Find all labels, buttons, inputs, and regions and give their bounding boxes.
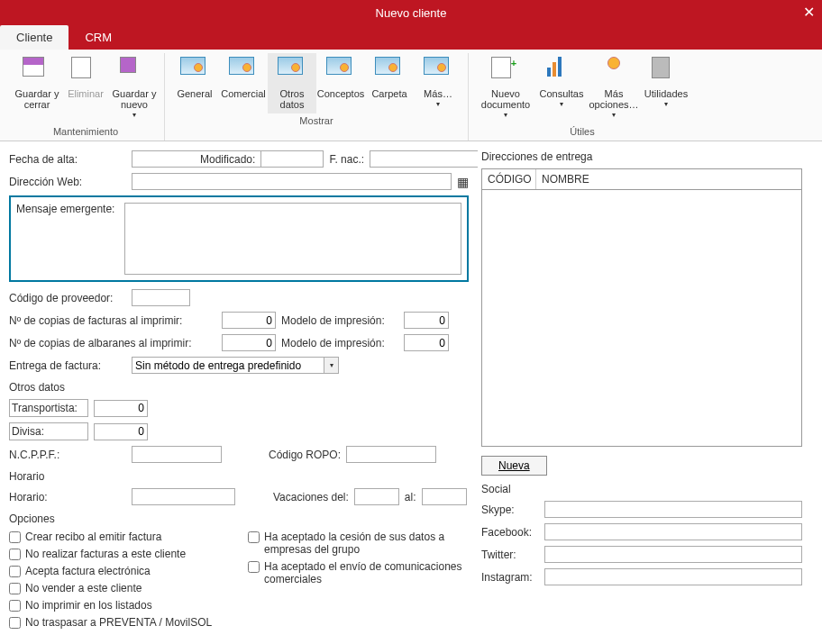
skype-input[interactable] <box>544 501 802 518</box>
tab-cliente[interactable]: Cliente <box>0 25 68 50</box>
nuevo-documento-button[interactable]: Nuevo documento ▾ <box>474 53 537 124</box>
save-new-button[interactable]: Guardar y nuevo ▾ <box>110 53 159 124</box>
vacaciones-del-label: Vacaciones del: <box>273 491 349 503</box>
direccion-web-input[interactable] <box>132 173 452 190</box>
checkbox-acepta-elec[interactable] <box>9 566 21 577</box>
codigo-ropo-label: Código ROPO: <box>269 449 341 461</box>
ribbon-group-label: Útiles <box>570 124 595 137</box>
checkbox-no-imprimir[interactable] <box>9 600 21 612</box>
entrega-factura-label: Entrega de factura: <box>9 359 126 372</box>
modificado-input[interactable] <box>260 150 324 168</box>
social-header: Social <box>481 483 802 495</box>
left-column: Fecha de alta: ▾ Modificado: F. nac.: ▾ … <box>9 150 478 644</box>
mas-button[interactable]: Más… ▾ <box>414 53 462 113</box>
delete-icon <box>71 57 91 78</box>
copias-facturas-label: Nº de copias de facturas al imprimir: <box>9 314 216 327</box>
conceptos-button[interactable]: Conceptos <box>316 53 365 113</box>
delete-label: Eliminar <box>68 88 104 99</box>
checkbox-no-vender[interactable] <box>9 583 21 594</box>
opciones-header: Opciones <box>9 512 469 525</box>
modelo-impresion-label-2: Modelo de impresión: <box>281 337 398 349</box>
direcciones-grid-body[interactable] <box>481 190 802 447</box>
fnac-input[interactable]: ▾ <box>370 150 433 168</box>
col-nombre[interactable]: NOMBRE <box>536 169 801 189</box>
no-imprimir-label: No imprimir en los listados <box>25 599 152 612</box>
divisa-input[interactable] <box>94 423 148 440</box>
mensaje-emergente-input[interactable] <box>124 203 461 275</box>
general-label: General <box>177 88 212 99</box>
checkbox-no-traspasar[interactable] <box>9 617 21 629</box>
otros-datos-header: Otros datos <box>9 381 469 394</box>
otros-datos-icon <box>278 57 303 75</box>
copias-facturas-input[interactable] <box>222 312 276 329</box>
save-new-icon <box>120 57 136 73</box>
otros-datos-label: Otros datos <box>269 88 315 110</box>
instagram-input[interactable] <box>544 568 802 585</box>
ribbon-group-mantenimiento: Guardar y cerrar Eliminar Guardar y nuev… <box>7 53 165 141</box>
fecha-alta-input[interactable]: ▾ <box>132 150 195 168</box>
comercial-label: Comercial <box>221 88 266 99</box>
direcciones-grid-header: CÓDIGO NOMBRE <box>481 168 802 190</box>
carpeta-label: Carpeta <box>371 88 406 99</box>
modelo-impresion-input-1[interactable] <box>404 312 449 329</box>
mensaje-emergente-label: Mensaje emergente: <box>16 203 124 275</box>
titlebar: Nuevo cliente ✕ <box>0 0 822 25</box>
checkbox-recibo[interactable] <box>9 531 21 543</box>
transportista-label[interactable]: Transportista: <box>9 399 88 417</box>
ribbon-group-mostrar: General Comercial Otros datos Conceptos … <box>165 53 469 141</box>
checkbox-cesion[interactable] <box>248 531 260 543</box>
copias-albaranes-input[interactable] <box>222 334 276 351</box>
save-close-icon <box>23 57 44 77</box>
fnac-label: F. nac.: <box>329 153 364 166</box>
general-button[interactable]: General <box>170 53 219 113</box>
save-close-button[interactable]: Guardar y cerrar <box>13 53 61 124</box>
mensaje-emergente-box: Mensaje emergente: <box>9 195 469 282</box>
chevron-down-icon: ▾ <box>504 110 507 121</box>
consultas-label: Consultas <box>540 88 584 99</box>
conceptos-icon <box>326 57 352 75</box>
chevron-down-icon: ▾ <box>664 99 668 110</box>
codigo-proveedor-label: Código de proveedor: <box>9 292 126 304</box>
qr-icon[interactable]: ▦ <box>457 175 469 189</box>
otros-datos-button[interactable]: Otros datos <box>268 53 316 113</box>
tab-crm[interactable]: CRM <box>68 25 128 50</box>
conceptos-label: Conceptos <box>317 88 365 99</box>
horario-label: Horario: <box>9 491 126 503</box>
nueva-button[interactable]: Nueva <box>481 456 547 476</box>
codigo-proveedor-input[interactable] <box>132 289 190 306</box>
comunicaciones-label: Ha aceptado el envío de comunicaciones c… <box>264 560 469 585</box>
horario-input[interactable] <box>132 488 235 505</box>
utilidades-button[interactable]: Utilidades ▾ <box>642 53 690 124</box>
consultas-button[interactable]: Consultas ▾ <box>537 53 586 124</box>
vacaciones-al-input[interactable] <box>422 488 467 505</box>
carpeta-button[interactable]: Carpeta <box>365 53 414 113</box>
entrega-factura-select[interactable]: ▾ <box>132 357 339 374</box>
codigo-ropo-input[interactable] <box>346 446 436 463</box>
direcciones-header: Direcciones de entrega <box>481 150 802 163</box>
delete-button[interactable]: Eliminar <box>61 53 110 124</box>
no-facturas-label: No realizar facturas a este cliente <box>25 548 186 560</box>
col-codigo[interactable]: CÓDIGO <box>482 169 536 189</box>
divisa-label[interactable]: Divisa: <box>9 422 88 440</box>
save-close-label: Guardar y cerrar <box>14 88 59 110</box>
direccion-web-label: Dirección Web: <box>9 176 126 188</box>
checkbox-comunicaciones[interactable] <box>248 561 260 573</box>
mas-opciones-label: Más opciones… <box>588 88 640 110</box>
twitter-input[interactable] <box>544 546 802 563</box>
mas-icon <box>424 57 449 75</box>
modelo-impresion-label-1: Modelo de impresión: <box>281 314 398 327</box>
ncppf-input[interactable] <box>132 446 222 463</box>
vacaciones-del-input[interactable] <box>354 488 399 505</box>
chevron-down-icon: ▾ <box>560 99 563 110</box>
close-icon[interactable]: ✕ <box>803 4 815 21</box>
fecha-alta-label: Fecha de alta: <box>9 153 126 166</box>
main-tabs: Cliente CRM <box>0 25 822 50</box>
modelo-impresion-input-2[interactable] <box>404 334 449 351</box>
checkbox-no-facturas[interactable] <box>9 549 21 560</box>
facebook-input[interactable] <box>544 523 802 540</box>
comercial-button[interactable]: Comercial <box>219 53 268 113</box>
mas-opciones-button[interactable]: Más opciones… ▾ <box>586 53 642 124</box>
facebook-label: Facebook: <box>481 526 544 539</box>
transportista-input[interactable] <box>94 400 148 417</box>
chevron-down-icon[interactable]: ▾ <box>324 357 339 374</box>
